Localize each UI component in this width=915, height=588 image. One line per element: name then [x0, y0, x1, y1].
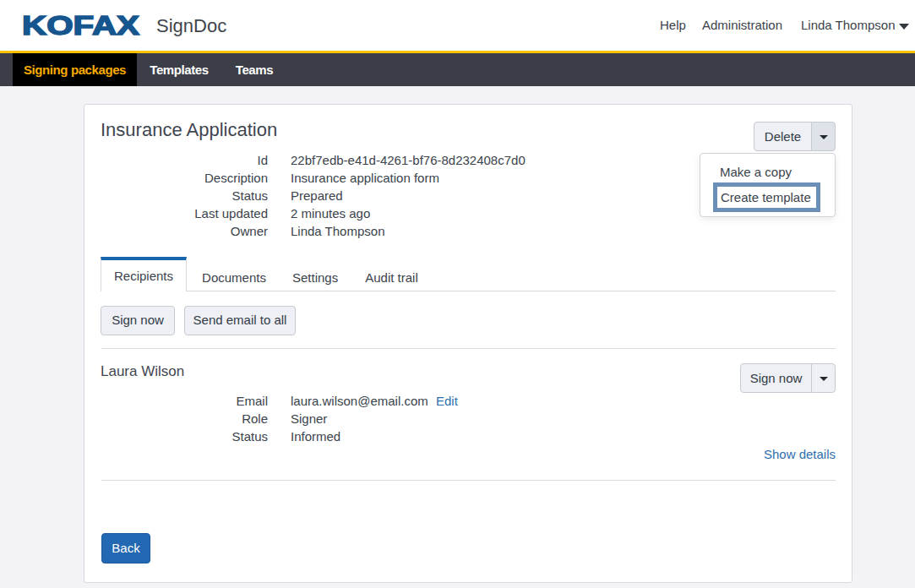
svg-text:KOFAX: KOFAX [22, 14, 140, 35]
